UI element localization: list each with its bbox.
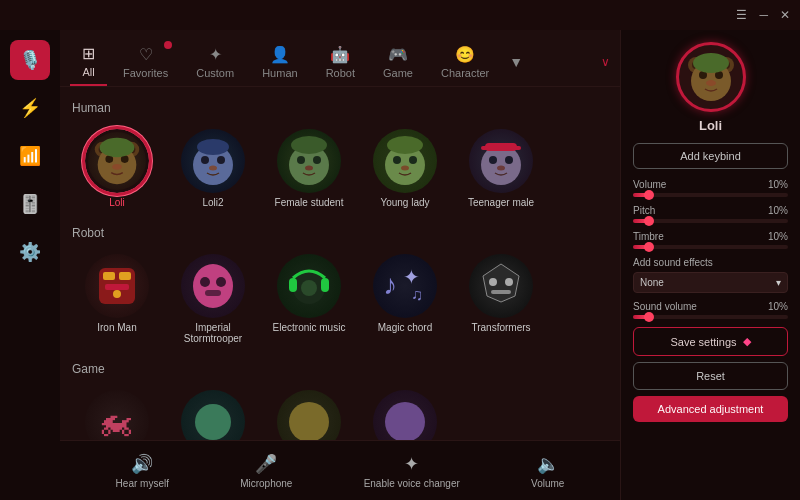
voice-name-teenager-male: Teenager male: [468, 197, 534, 208]
svg-rect-31: [103, 272, 115, 280]
bottom-volume[interactable]: 🔈 Volume: [531, 453, 564, 489]
timbre-slider-thumb: [644, 242, 654, 252]
save-settings-button[interactable]: Save settings ◆: [633, 327, 788, 356]
svg-point-23: [387, 136, 423, 154]
svg-point-8: [100, 138, 135, 157]
pitch-slider-value: 10%: [768, 205, 788, 216]
voice-item-game4[interactable]: Game 4: [360, 384, 450, 440]
favorites-badge: [164, 41, 172, 49]
bottom-hear-myself[interactable]: 🔊 Hear myself: [116, 453, 169, 489]
tab-favorites[interactable]: ♡ Favorites: [111, 39, 180, 85]
svg-point-17: [305, 166, 313, 171]
pitch-slider-fill: [633, 219, 649, 223]
section-human-title: Human: [72, 101, 608, 115]
avatar-loli: [85, 129, 149, 193]
titlebar-controls: ☰ ─ ✕: [736, 8, 790, 22]
reset-button[interactable]: Reset: [633, 362, 788, 390]
svg-rect-49: [491, 290, 511, 294]
bottom-bar: 🔊 Hear myself 🎤 Microphone ✦ Enable voic…: [60, 440, 620, 500]
bottom-microphone[interactable]: 🎤 Microphone: [240, 453, 292, 489]
sound-volume-slider-label: Sound volume: [633, 301, 697, 312]
avatar-loli2: [181, 129, 245, 193]
add-keybind-button[interactable]: Add keybind: [633, 143, 788, 169]
sidebar-item-microphone[interactable]: 🎙️: [10, 40, 50, 80]
sidebar-item-waveform[interactable]: 📶: [10, 136, 50, 176]
sound-effects-select[interactable]: None ▾: [633, 272, 788, 293]
left-sidebar: 🎙️ ⚡ 📶 🎚️ ⚙️: [0, 30, 60, 500]
svg-rect-38: [205, 290, 221, 296]
svg-point-15: [297, 156, 305, 164]
voice-item-game3[interactable]: Game 3: [264, 384, 354, 440]
voice-item-stormtrooper[interactable]: Imperial Stormtrooper: [168, 248, 258, 350]
svg-text:✦: ✦: [403, 266, 420, 288]
voice-name-female-student: Female student: [275, 197, 344, 208]
timbre-slider-group: Timbre 10%: [633, 231, 788, 249]
sidebar-item-settings[interactable]: ⚙️: [10, 232, 50, 272]
voice-item-transformers[interactable]: Transformers: [456, 248, 546, 350]
svg-point-18: [291, 136, 327, 154]
right-avatar-name: Loli: [699, 118, 722, 133]
advanced-adjustment-button[interactable]: Advanced adjustment: [633, 396, 788, 422]
tab-character[interactable]: 😊 Character: [429, 39, 501, 85]
voice-item-iron-man[interactable]: Iron Man: [72, 248, 162, 350]
volume-slider-track[interactable]: [633, 193, 788, 197]
svg-point-26: [505, 156, 513, 164]
sound-effects-label: Add sound effects: [633, 257, 788, 268]
svg-point-35: [193, 264, 233, 308]
voice-name-electronic-music: Electronic music: [273, 322, 346, 333]
robot-grid: Iron Man Imperial Stormtrooper: [72, 248, 608, 350]
svg-point-12: [209, 166, 217, 171]
avatar-game4: [373, 390, 437, 440]
pitch-slider-label: Pitch: [633, 205, 655, 216]
sidebar-item-equalizer[interactable]: 🎚️: [10, 184, 50, 224]
hamburger-icon[interactable]: ☰: [736, 8, 747, 22]
svg-point-25: [489, 156, 497, 164]
voice-name-loli2: Loli2: [202, 197, 223, 208]
avatar-female-student: [277, 129, 341, 193]
nav-more-icon[interactable]: ▼: [509, 54, 523, 70]
svg-marker-46: [483, 264, 519, 302]
volume-slider-label: Volume: [633, 179, 666, 190]
minimize-button[interactable]: ─: [759, 8, 768, 22]
voice-item-loli2[interactable]: Loli2: [168, 123, 258, 214]
favorites-icon: ♡: [139, 45, 153, 64]
human-icon: 👤: [270, 45, 290, 64]
sound-volume-slider-track[interactable]: [633, 315, 788, 319]
voice-item-young-lady[interactable]: Young lady: [360, 123, 450, 214]
timbre-slider-value: 10%: [768, 231, 788, 242]
voice-name-stormtrooper: Imperial Stormtrooper: [174, 322, 252, 344]
tab-custom[interactable]: ✦ Custom: [184, 39, 246, 85]
tab-robot[interactable]: 🤖 Robot: [314, 39, 367, 85]
avatar-iron-man: [85, 254, 149, 318]
timbre-slider-fill: [633, 245, 649, 249]
voice-item-game1[interactable]: 🏍 Game 1: [72, 384, 162, 440]
hear-myself-icon: 🔊: [131, 453, 153, 475]
voice-item-loli[interactable]: Loli: [72, 123, 162, 214]
timbre-slider-track[interactable]: [633, 245, 788, 249]
human-grid: Loli Loli2: [72, 123, 608, 214]
voice-item-teenager-male[interactable]: Teenager male: [456, 123, 546, 214]
pitch-slider-thumb: [644, 216, 654, 226]
sound-volume-slider-group: Sound volume 10%: [633, 301, 788, 319]
svg-rect-33: [105, 284, 129, 290]
voice-item-game2[interactable]: Game 2: [168, 384, 258, 440]
voice-item-female-student[interactable]: Female student: [264, 123, 354, 214]
right-panel: Loli Add keybind Volume 10% Pitch 10%: [620, 30, 800, 500]
sidebar-item-lightning[interactable]: ⚡: [10, 88, 50, 128]
svg-point-27: [497, 166, 505, 171]
right-avatar: [676, 42, 746, 112]
volume-slider-fill: [633, 193, 649, 197]
nav-chevron-icon[interactable]: ∨: [601, 55, 610, 69]
tab-human[interactable]: 👤 Human: [250, 39, 309, 85]
microphone-label: Microphone: [240, 478, 292, 489]
pitch-slider-track[interactable]: [633, 219, 788, 223]
voice-list: Human: [60, 87, 620, 440]
tab-all[interactable]: ⊞ All: [70, 38, 107, 86]
voice-item-magic-chord[interactable]: ♪ ✦ ♫ Magic chord: [360, 248, 450, 350]
voice-item-electronic-music[interactable]: Electronic music: [264, 248, 354, 350]
close-button[interactable]: ✕: [780, 8, 790, 22]
tab-game[interactable]: 🎮 Game: [371, 39, 425, 85]
bottom-enable-voice-changer[interactable]: ✦ Enable voice changer: [364, 453, 460, 489]
tab-character-label: Character: [441, 67, 489, 79]
avatar-game1: 🏍: [85, 390, 149, 440]
